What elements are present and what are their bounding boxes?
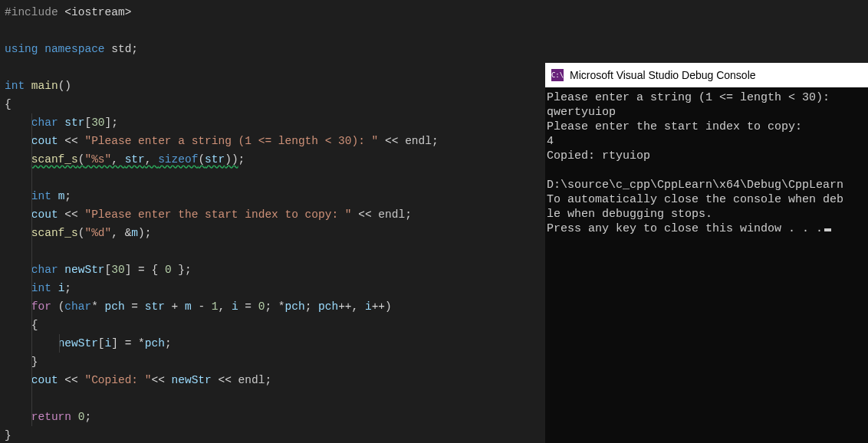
code-line[interactable]: } [0, 426, 544, 443]
console-line: Please enter the start index to copy: [547, 120, 802, 133]
console-line: Please enter a string (1 <= length < 30)… [547, 91, 830, 104]
code-line[interactable]: cout << "Please enter a string (1 <= len… [0, 132, 544, 150]
code-line[interactable]: int main() [0, 77, 544, 95]
code-line[interactable]: scanf_s("%s", str, sizeof(str)); [0, 150, 544, 169]
code-line[interactable]: int m; [0, 187, 544, 205]
console-titlebar[interactable]: C:\ Microsoft Visual Studio Debug Consol… [545, 63, 868, 87]
code-line[interactable]: cout << "Please enter the start index to… [0, 205, 544, 224]
code-line-blank[interactable] [0, 169, 544, 187]
code-line[interactable]: scanf_s("%d", &m); [0, 224, 544, 242]
code-editor-pane[interactable]: #include <iostream> using namespace std;… [0, 0, 544, 443]
code-line[interactable]: return 0; [0, 408, 544, 426]
code-line-blank[interactable] [0, 21, 544, 40]
code-line[interactable]: } [0, 353, 544, 371]
preprocessor: #include [5, 6, 64, 18]
code-line[interactable]: cout << "Copied: "<< newStr << endl; [0, 371, 544, 389]
code-line-blank[interactable] [0, 389, 544, 408]
code-line-blank[interactable] [0, 242, 544, 261]
console-line: qwertyuiop [547, 106, 616, 119]
console-title: Microsoft Visual Studio Debug Console [570, 66, 756, 84]
console-line: Press any key to close this window . . . [547, 222, 823, 235]
console-line: 4 [547, 135, 554, 148]
code-line[interactable]: newStr[i] = *pch; [0, 334, 544, 353]
code-line[interactable]: int i; [0, 279, 544, 297]
code-line[interactable]: { [0, 316, 544, 334]
code-line-blank[interactable] [0, 58, 544, 77]
console-line: Copied: rtyuiop [547, 149, 650, 162]
code-line[interactable]: { [0, 95, 544, 113]
console-line: To automatically close the console when … [547, 193, 843, 206]
code-line[interactable]: char newStr[30] = { 0 }; [0, 261, 544, 279]
code-line[interactable]: #include <iostream> [0, 3, 544, 21]
code-line[interactable]: char str[30]; [0, 113, 544, 132]
cursor-icon [824, 228, 831, 231]
code-line[interactable]: for (char* pch = str + m - 1, i = 0; *pc… [0, 297, 544, 316]
console-output[interactable]: Please enter a string (1 <= length < 30)… [545, 87, 868, 443]
console-app-icon: C:\ [551, 69, 564, 81]
console-line: D:\source\c_cpp\CppLearn\x64\Debug\CppLe… [547, 179, 843, 192]
console-line: le when debugging stops. [547, 208, 712, 221]
code-line[interactable]: using namespace std; [0, 40, 544, 58]
